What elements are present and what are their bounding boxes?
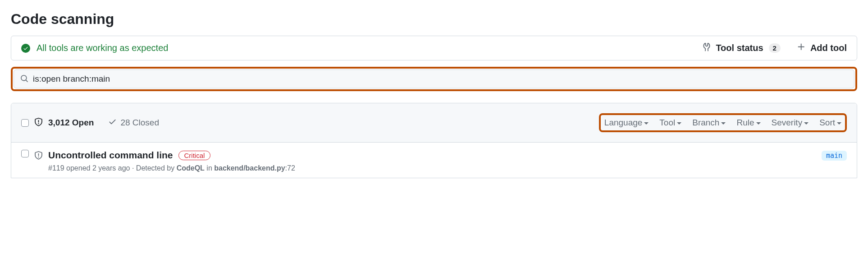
- tool-count-badge: 2: [769, 43, 781, 53]
- closed-count: 28 Closed: [120, 118, 159, 128]
- caret-down-icon: [756, 122, 761, 125]
- shield-alert-icon: [34, 118, 43, 128]
- tool-status-label: Tool status: [716, 43, 763, 53]
- caret-down-icon: [644, 122, 649, 125]
- severity-badge: Critical: [178, 151, 211, 160]
- search-highlight-box: [11, 67, 857, 91]
- filter-branch[interactable]: Branch: [692, 118, 726, 128]
- caret-down-icon: [804, 122, 809, 125]
- alerts-list-header: 3,012 Open 28 Closed Language Tool Branc…: [11, 103, 857, 143]
- tool-status-link[interactable]: Tool status 2: [702, 42, 781, 54]
- shield-alert-icon: [34, 151, 43, 172]
- caret-down-icon: [721, 122, 726, 125]
- open-count[interactable]: 3,012 Open: [48, 118, 94, 128]
- add-tool-label: Add tool: [810, 43, 847, 53]
- filters-highlight-box: Language Tool Branch Rule Severity Sort: [599, 113, 847, 132]
- filter-severity[interactable]: Severity: [772, 118, 809, 128]
- page-title: Code scanning: [11, 11, 857, 28]
- filter-language[interactable]: Language: [604, 118, 649, 128]
- status-bar: All tools are working as expected Tool s…: [11, 36, 857, 60]
- add-tool-button[interactable]: Add tool: [797, 42, 847, 54]
- alerts-list: 3,012 Open 28 Closed Language Tool Branc…: [11, 103, 857, 178]
- plus-icon: [797, 42, 806, 54]
- alert-checkbox[interactable]: [21, 150, 29, 157]
- branch-badge[interactable]: main: [822, 151, 847, 161]
- search-input[interactable]: [33, 74, 848, 84]
- caret-down-icon: [837, 122, 841, 125]
- alert-meta: #119 opened 2 years ago · Detected by Co…: [48, 164, 816, 172]
- filter-tool[interactable]: Tool: [659, 118, 681, 128]
- search-box[interactable]: [14, 69, 854, 88]
- check-icon: [108, 117, 117, 128]
- filter-sort[interactable]: Sort: [819, 118, 841, 128]
- select-all-checkbox[interactable]: [21, 119, 29, 127]
- closed-tab[interactable]: 28 Closed: [108, 117, 159, 128]
- alert-title[interactable]: Uncontrolled command line: [48, 150, 173, 161]
- tools-icon: [702, 42, 711, 54]
- caret-down-icon: [677, 122, 681, 125]
- search-icon: [20, 74, 28, 84]
- check-circle-icon: [21, 44, 30, 53]
- status-message: All tools are working as expected: [37, 43, 168, 53]
- alert-row[interactable]: Uncontrolled command line Critical #119 …: [11, 143, 857, 178]
- filter-rule[interactable]: Rule: [736, 118, 760, 128]
